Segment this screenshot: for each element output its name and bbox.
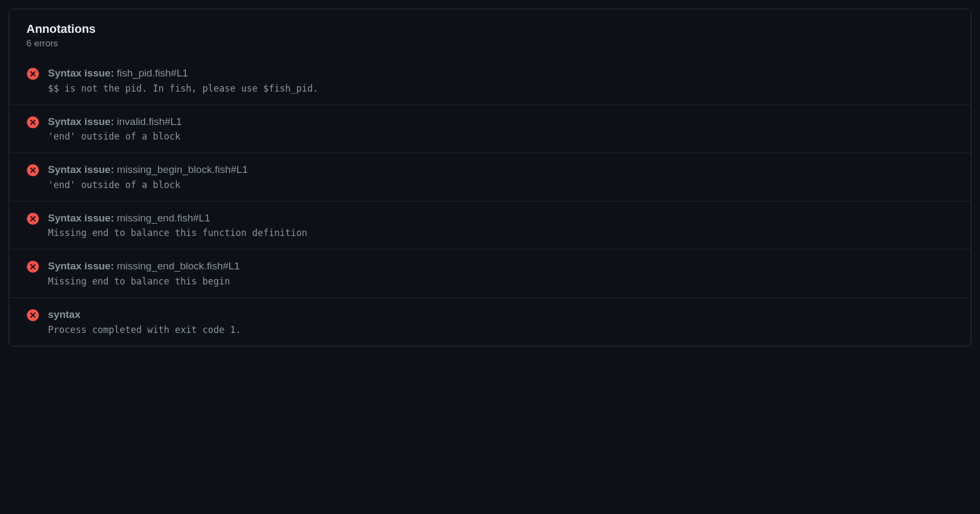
annotation-message: 'end' outside of a block <box>48 179 954 190</box>
annotation-body: Syntax issue: missing_begin_block.fish#L… <box>48 163 954 190</box>
annotation-location[interactable]: missing_end_block.fish#L1 <box>117 260 240 272</box>
annotation-body: Syntax issue: fish_pid.fish#L1$$ is not … <box>48 66 954 94</box>
annotation-item[interactable]: Syntax issue: missing_end_block.fish#L1M… <box>9 249 971 297</box>
annotation-location[interactable]: invalid.fish#L1 <box>117 116 182 127</box>
error-icon <box>26 164 39 177</box>
annotation-item[interactable]: Syntax issue: invalid.fish#L1'end' outsi… <box>9 105 971 153</box>
annotation-item[interactable]: syntaxProcess completed with exit code 1… <box>9 297 971 346</box>
annotation-body: Syntax issue: missing_end.fish#L1Missing… <box>48 211 954 239</box>
annotation-title: Syntax issue: fish_pid.fish#L1 <box>48 66 954 81</box>
annotation-title: syntax <box>48 308 954 322</box>
annotation-message: Missing end to balance this begin <box>48 276 954 287</box>
annotation-title: Syntax issue: invalid.fish#L1 <box>48 115 954 129</box>
annotations-subtitle: 6 errors <box>26 38 954 49</box>
annotation-title-prefix: Syntax issue: <box>48 67 117 79</box>
annotation-location[interactable]: missing_end.fish#L1 <box>117 212 210 224</box>
annotation-item[interactable]: Syntax issue: missing_end.fish#L1Missing… <box>9 201 971 249</box>
error-icon <box>26 309 39 322</box>
annotation-title: Syntax issue: missing_end.fish#L1 <box>48 211 954 226</box>
annotation-body: syntaxProcess completed with exit code 1… <box>48 308 954 335</box>
annotation-message: Process completed with exit code 1. <box>48 324 954 335</box>
error-icon <box>26 212 39 225</box>
annotation-title: Syntax issue: missing_end_block.fish#L1 <box>48 259 954 274</box>
error-icon <box>26 260 39 273</box>
annotation-title: Syntax issue: missing_begin_block.fish#L… <box>48 163 954 177</box>
annotation-item[interactable]: Syntax issue: missing_begin_block.fish#L… <box>9 152 971 201</box>
error-icon <box>26 116 39 129</box>
annotation-message: Missing end to balance this function def… <box>48 227 954 238</box>
annotation-title-prefix: Syntax issue: <box>48 116 117 127</box>
annotation-title-prefix: Syntax issue: <box>48 212 117 224</box>
annotations-list: Syntax issue: fish_pid.fish#L1$$ is not … <box>9 62 971 346</box>
annotations-title: Annotations <box>26 22 954 36</box>
annotation-title-prefix: Syntax issue: <box>48 164 117 175</box>
annotation-location[interactable]: fish_pid.fish#L1 <box>117 67 188 79</box>
annotation-body: Syntax issue: invalid.fish#L1'end' outsi… <box>48 115 954 142</box>
annotation-message: 'end' outside of a block <box>48 131 954 142</box>
annotations-header: Annotations 6 errors <box>9 9 971 62</box>
annotation-item[interactable]: Syntax issue: fish_pid.fish#L1$$ is not … <box>9 62 971 105</box>
annotation-body: Syntax issue: missing_end_block.fish#L1M… <box>48 259 954 287</box>
annotation-message: $$ is not the pid. In fish, please use $… <box>48 83 954 94</box>
annotation-title-prefix: Syntax issue: <box>48 260 117 272</box>
annotations-panel: Annotations 6 errors Syntax issue: fish_… <box>9 9 971 346</box>
annotation-location[interactable]: missing_begin_block.fish#L1 <box>117 164 248 175</box>
annotation-title-prefix: syntax <box>48 309 80 320</box>
error-icon <box>26 67 39 80</box>
